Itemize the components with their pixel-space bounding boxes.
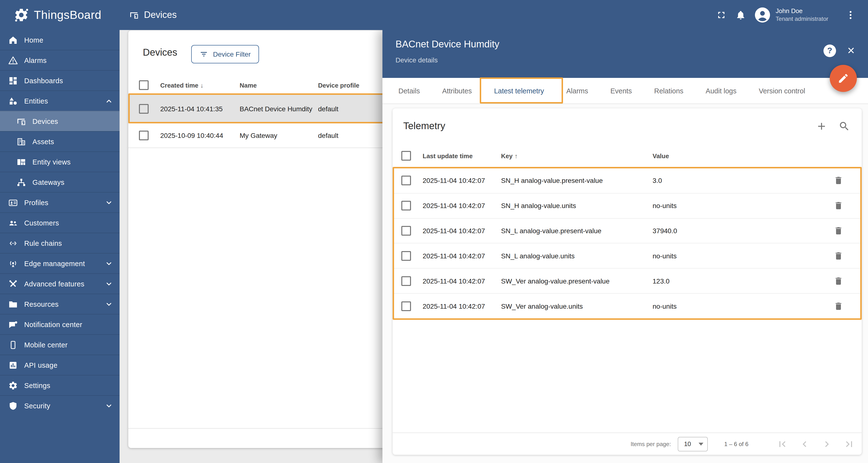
details-title: BACnet Device Humdity	[396, 39, 499, 50]
prev-page-icon[interactable]	[799, 438, 810, 450]
telemetry-row[interactable]: 2025-11-04 10:42:07 SW_Ver analog-value.…	[393, 268, 862, 293]
next-page-icon[interactable]	[821, 438, 833, 450]
telemetry-time: 2025-11-04 10:42:07	[423, 202, 501, 209]
row-checkbox[interactable]	[139, 104, 149, 114]
telemetry-value: no-units	[653, 302, 833, 310]
telemetry-value: no-units	[653, 202, 833, 209]
filter-icon	[199, 50, 209, 59]
row-checkbox[interactable]	[401, 251, 411, 261]
delete-telemetry-icon[interactable]	[833, 175, 844, 187]
sidebar-item-devices[interactable]: Devices	[0, 111, 120, 131]
sort-desc-arrow-icon: ↓	[200, 81, 204, 89]
rule-chains-icon	[8, 238, 18, 248]
sidebar-item-customers[interactable]: Customers	[0, 212, 120, 233]
items-per-page-select[interactable]: 10	[678, 437, 708, 451]
column-last-update-time[interactable]: Last update time	[423, 152, 501, 159]
tab-relations[interactable]: Relations	[643, 78, 694, 103]
sidebar-item-assets[interactable]: Assets	[0, 131, 120, 152]
tab-alarms[interactable]: Alarms	[555, 78, 599, 103]
help-icon[interactable]: ?	[824, 44, 836, 57]
telemetry-key: SN_H analog-value.present-value	[501, 177, 653, 185]
telemetry-time: 2025-11-04 10:42:07	[423, 302, 501, 310]
add-telemetry-icon[interactable]	[816, 121, 827, 132]
user-role: Tenant administrator	[776, 15, 828, 23]
close-icon[interactable]: ×	[845, 44, 857, 57]
sidebar-item-home[interactable]: Home	[0, 30, 120, 50]
tab-latest-telemetry[interactable]: Latest telemetry	[483, 78, 555, 103]
sidebar-item-gateways[interactable]: Gateways	[0, 172, 120, 192]
fullscreen-icon[interactable]	[712, 5, 731, 25]
row-checkbox[interactable]	[401, 301, 411, 311]
details-tabs: Details Attributes Latest telemetry Alar…	[382, 78, 868, 104]
telemetry-row[interactable]: 2025-11-04 10:42:07 SN_L analog-value.un…	[393, 243, 862, 268]
notifications-bell-icon[interactable]	[731, 5, 751, 25]
edit-device-fab[interactable]	[830, 65, 857, 92]
items-per-page-label: Items per page:	[630, 440, 671, 447]
sidebar-item-api-usage[interactable]: API usage	[0, 355, 120, 375]
search-icon[interactable]	[838, 121, 850, 132]
telemetry-rows: 2025-11-04 10:42:07 SN_H analog-value.pr…	[393, 168, 862, 318]
row-checkbox[interactable]	[401, 176, 411, 186]
delete-telemetry-icon[interactable]	[833, 250, 844, 262]
device-created-time: 2025-11-04 10:41:35	[160, 105, 240, 113]
sidebar-item-mobile-center[interactable]: Mobile center	[0, 334, 120, 355]
notification-center-icon	[8, 320, 18, 329]
tab-version-control[interactable]: Version control	[748, 78, 816, 103]
tab-audit-logs[interactable]: Audit logs	[694, 78, 747, 103]
sidebar-item-entity-views[interactable]: Entity views	[0, 152, 120, 172]
telemetry-row[interactable]: 2025-11-04 10:42:07 SN_H analog-value.pr…	[393, 168, 862, 193]
sidebar-item-dashboards[interactable]: Dashboards	[0, 70, 120, 91]
delete-telemetry-icon[interactable]	[833, 225, 844, 237]
topbar-actions: John Doe Tenant administrator	[712, 5, 860, 25]
devices-page-icon	[129, 10, 139, 20]
delete-telemetry-icon[interactable]	[833, 200, 844, 211]
telemetry-value: 123.0	[653, 277, 833, 285]
delete-telemetry-icon[interactable]	[833, 275, 844, 287]
column-key[interactable]: Key ↑	[501, 152, 653, 159]
device-name: BACnet Device Humdity	[240, 104, 318, 113]
telemetry-value: 37940.0	[653, 227, 833, 235]
telemetry-row[interactable]: 2025-11-04 10:42:07 SN_L analog-value.pr…	[393, 218, 862, 243]
brand-name: ThingsBoard	[34, 8, 101, 22]
edge-management-icon	[8, 259, 18, 268]
device-filter-button[interactable]: Device Filter	[191, 45, 259, 63]
sidebar-item-security[interactable]: Security	[0, 395, 120, 416]
profiles-icon	[8, 198, 18, 207]
thingsboard-logo[interactable]: ThingsBoard	[13, 7, 101, 23]
tab-events[interactable]: Events	[599, 78, 643, 103]
column-name[interactable]: Name	[240, 81, 318, 89]
user-info[interactable]: John Doe Tenant administrator	[776, 7, 828, 23]
telemetry-row[interactable]: 2025-11-04 10:42:07 SW_Ver analog-value.…	[393, 293, 862, 318]
customers-icon	[8, 218, 18, 228]
select-all-checkbox[interactable]	[401, 151, 411, 161]
devices-title: Devices	[143, 47, 177, 58]
sidebar-item-settings[interactable]: Settings	[0, 375, 120, 395]
more-vert-icon[interactable]	[841, 5, 860, 25]
first-page-icon[interactable]	[776, 438, 788, 450]
device-name: My Gateway	[240, 131, 318, 140]
sidebar-item-edge-management[interactable]: Edge management	[0, 253, 120, 273]
sidebar-item-notification-center[interactable]: Notification center	[0, 314, 120, 334]
last-page-icon[interactable]	[843, 438, 855, 450]
column-created-time[interactable]: Created time ↓	[160, 81, 240, 89]
sidebar-item-alarms[interactable]: Alarms	[0, 50, 120, 70]
select-all-checkbox[interactable]	[139, 80, 149, 90]
sidebar-item-rule-chains[interactable]: Rule chains	[0, 233, 120, 253]
row-checkbox[interactable]	[401, 226, 411, 236]
sidebar-item-profiles[interactable]: Profiles	[0, 192, 120, 212]
chevron-down-icon	[105, 199, 113, 207]
gateways-icon	[17, 177, 26, 187]
column-value[interactable]: Value	[653, 152, 833, 159]
delete-telemetry-icon[interactable]	[833, 300, 844, 312]
tab-attributes[interactable]: Attributes	[431, 78, 483, 103]
row-checkbox[interactable]	[139, 131, 149, 140]
row-checkbox[interactable]	[401, 276, 411, 286]
sidebar-item-entities[interactable]: Entities	[0, 91, 120, 111]
tab-details[interactable]: Details	[387, 78, 431, 103]
row-checkbox[interactable]	[401, 201, 411, 210]
avatar[interactable]	[754, 7, 771, 23]
sidebar-item-resources[interactable]: Resources	[0, 294, 120, 314]
sidebar-item-advanced-features[interactable]: Advanced features	[0, 273, 120, 294]
telemetry-value: 3.0	[653, 177, 833, 185]
telemetry-row[interactable]: 2025-11-04 10:42:07 SN_H analog-value.un…	[393, 193, 862, 218]
